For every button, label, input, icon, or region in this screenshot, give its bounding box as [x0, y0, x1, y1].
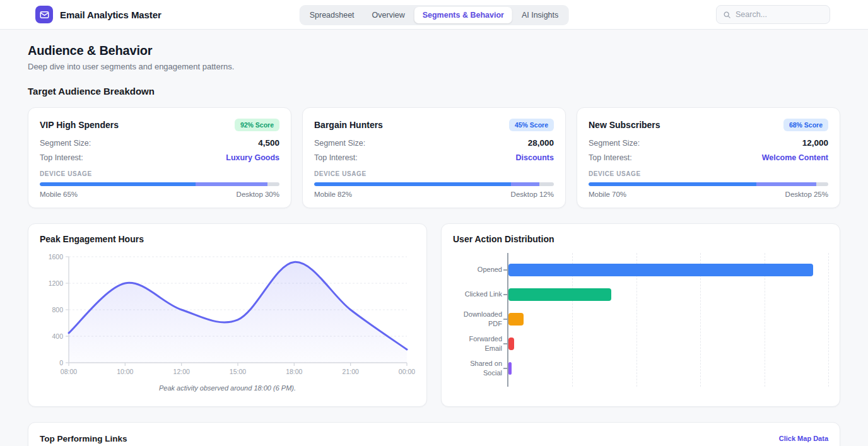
mobile-bar-segment [314, 182, 511, 186]
top-interest-link[interactable]: Welcome Content [762, 153, 828, 162]
line-chart-svg: 04008001200160008:0010:0012:0015:0018:00… [40, 250, 416, 379]
segment-size-value: 12,000 [802, 138, 828, 148]
bar-category-label: Forwarded Email [453, 334, 502, 353]
mobile-bar-segment [40, 182, 196, 186]
svg-text:800: 800 [52, 306, 63, 314]
search-box[interactable] [716, 5, 830, 24]
bar-axis-tick [503, 294, 507, 295]
main-content: Audience & Behavior Deep dive into user … [0, 30, 868, 446]
segment-name: VIP High Spenders [40, 120, 119, 130]
svg-text:21:00: 21:00 [343, 368, 359, 375]
mobile-usage-label: Mobile 65% [40, 191, 78, 198]
bar [508, 337, 514, 350]
section-title: Target Audience Breakdown [28, 86, 840, 97]
bar [508, 288, 611, 301]
segment-size-label: Segment Size: [314, 139, 365, 148]
bar [508, 362, 512, 375]
top-interest-label: Top Interest: [314, 153, 358, 162]
segment-card: New Subscribers68% ScoreSegment Size:12,… [577, 107, 840, 208]
chart-card-actions: User Action Distribution OpenedClicked L… [441, 223, 840, 407]
segment-cards: VIP High Spenders92% ScoreSegment Size:4… [28, 107, 840, 208]
svg-text:1200: 1200 [49, 279, 64, 287]
top-interest-link[interactable]: Discounts [516, 153, 554, 162]
segment-size-label: Segment Size: [40, 139, 91, 148]
app-title: Email Analytics Master [60, 9, 161, 20]
chart-caption: Peak activity observed around 18:00 (6 P… [40, 384, 415, 392]
svg-text:18:00: 18:00 [286, 368, 302, 375]
bar-row: Shared on Social [508, 356, 826, 380]
top-interest-label: Top Interest: [40, 153, 83, 162]
mobile-bar-segment [589, 182, 756, 186]
score-badge: 92% Score [235, 119, 279, 131]
device-usage-bar [314, 182, 554, 186]
device-usage-bar [589, 182, 828, 186]
line-chart-title: Peak Engagement Hours [40, 234, 415, 244]
top-interest-link[interactable]: Luxury Goods [226, 153, 279, 162]
click-map-data-link[interactable]: Click Map Data [779, 435, 828, 442]
tab-ai-insights[interactable]: AI Insights [513, 7, 566, 23]
bar-chart-title: User Action Distribution [453, 234, 828, 244]
chart-cards: Peak Engagement Hours 04008001200160008:… [28, 223, 840, 407]
app-header: Email Analytics Master SpreadsheetOvervi… [0, 0, 868, 30]
svg-text:12:00: 12:00 [173, 368, 190, 375]
desktop-bar-segment [756, 182, 816, 186]
desktop-bar-segment [196, 182, 267, 186]
segment-name: Bargain Hunters [314, 120, 383, 130]
svg-text:1600: 1600 [49, 253, 64, 261]
segment-size-value: 28,000 [528, 138, 554, 148]
bar [508, 313, 524, 326]
chart-card-engagement: Peak Engagement Hours 04008001200160008:… [28, 223, 427, 407]
page-subtitle: Deep dive into user segments and engagem… [28, 62, 840, 71]
svg-text:00:00: 00:00 [399, 368, 415, 375]
bar-axis-tick [503, 269, 507, 271]
tab-group: SpreadsheetOverviewSegments & BehaviorAI… [300, 5, 569, 25]
bar-row: Forwarded Email [508, 331, 826, 356]
tab-overview[interactable]: Overview [364, 7, 413, 23]
envelope-icon [40, 10, 49, 20]
search-icon [723, 11, 731, 19]
desktop-bar-segment [511, 182, 540, 186]
desktop-usage-label: Desktop 12% [511, 191, 554, 198]
svg-text:400: 400 [52, 332, 63, 340]
svg-text:0: 0 [59, 359, 63, 367]
bar-row: Clicked Link [508, 282, 826, 307]
links-card: Top Performing Links Click Map Data [28, 422, 840, 446]
top-interest-label: Top Interest: [589, 153, 632, 162]
search-input[interactable] [736, 10, 823, 19]
bar-axis-tick [503, 319, 507, 320]
bar-axis-tick [503, 343, 507, 344]
segment-size-value: 4,500 [258, 138, 279, 148]
device-usage-label: DEVICE USAGE [40, 170, 279, 177]
bar-row: Downloaded PDF [508, 307, 826, 331]
segment-size-label: Segment Size: [589, 139, 640, 148]
score-badge: 68% Score [783, 119, 828, 131]
svg-text:08:00: 08:00 [61, 368, 77, 375]
bar-axis-tick [503, 368, 507, 369]
score-badge: 45% Score [509, 119, 554, 131]
bar [508, 264, 813, 276]
tab-segments-behavior[interactable]: Segments & Behavior [414, 7, 512, 23]
bar-category-label: Shared on Social [453, 359, 502, 377]
app-brand: Email Analytics Master [35, 6, 161, 23]
tab-spreadsheet[interactable]: Spreadsheet [302, 7, 363, 23]
bar-row: Opened [508, 257, 826, 282]
bar-category-label: Opened [453, 265, 502, 274]
device-usage-label: DEVICE USAGE [589, 170, 828, 177]
mobile-usage-label: Mobile 82% [314, 191, 352, 198]
app-logo [35, 6, 53, 23]
mobile-usage-label: Mobile 70% [589, 191, 626, 198]
desktop-usage-label: Desktop 25% [785, 191, 828, 198]
device-usage-label: DEVICE USAGE [314, 170, 554, 177]
segment-card: VIP High Spenders92% ScoreSegment Size:4… [28, 107, 291, 208]
page-title: Audience & Behavior [28, 44, 840, 58]
segment-card: Bargain Hunters45% ScoreSegment Size:28,… [302, 107, 566, 208]
device-usage-bar [40, 182, 279, 186]
desktop-usage-label: Desktop 30% [237, 191, 279, 198]
bar-gridline [828, 253, 829, 387]
svg-text:10:00: 10:00 [117, 368, 133, 375]
segment-name: New Subscribers [589, 120, 660, 130]
bar-category-label: Clicked Link [453, 290, 502, 298]
svg-text:15:00: 15:00 [230, 368, 246, 375]
links-card-title: Top Performing Links [40, 434, 127, 443]
line-chart: 04008001200160008:0010:0012:0015:0018:00… [40, 250, 415, 382]
